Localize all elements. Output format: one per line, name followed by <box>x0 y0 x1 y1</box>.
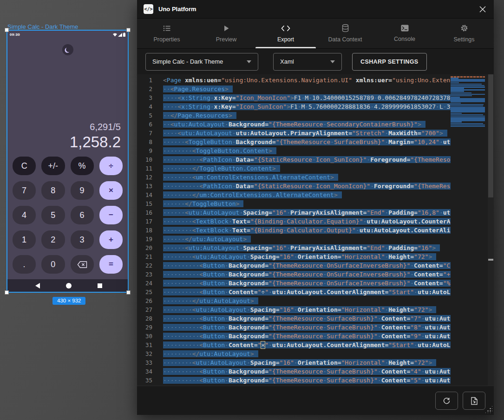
code-line[interactable]: ····<utu:AutoLayout·utu:AutoLayout.Prima… <box>163 130 451 138</box>
key-÷[interactable]: ÷ <box>99 157 123 175</box>
play-icon <box>223 25 230 34</box>
tab-label: Console <box>394 36 415 42</box>
code-line[interactable]: ··········<Button·Background="{ThemeReso… <box>163 368 451 377</box>
key-backspace[interactable] <box>71 255 94 274</box>
line-number: 14 <box>137 191 158 200</box>
code-line[interactable]: ········<ToggleButton.Content> <box>163 147 451 156</box>
code-line[interactable]: ········<utu:AutoLayout·Spacing="16"·Ori… <box>163 253 451 262</box>
key-+/-[interactable]: +/- <box>41 157 65 175</box>
key-+[interactable]: + <box>99 230 123 249</box>
key-3[interactable]: 3 <box>71 230 94 249</box>
code-line[interactable]: ··········<Button·Content="×"·utu:AutoLa… <box>163 341 451 350</box>
key-−[interactable]: − <box>99 206 123 224</box>
minimap-line <box>451 126 485 127</box>
tab-console[interactable]: Console <box>375 19 434 48</box>
code-line[interactable]: ··········<Button·Background="{ThemeReso… <box>163 324 451 333</box>
key-7[interactable]: 7 <box>13 181 36 200</box>
line-number: 19 <box>137 236 158 244</box>
device-selection-frame[interactable]: 09:30 6,291/5 1,258.2 C+/-%÷789×456−123+… <box>7 30 129 293</box>
tab-settings[interactable]: Settings <box>434 19 494 48</box>
tab-label: Preview <box>216 36 236 43</box>
code-line[interactable]: ········</utu:AutoLayout> <box>163 297 451 306</box>
panel-bottom-bar <box>137 386 494 415</box>
key-9[interactable]: 9 <box>71 181 94 200</box>
code-line[interactable]: ········<utu:AutoLayout·Spacing="16"·Ori… <box>163 359 451 368</box>
key-0[interactable]: 0 <box>41 255 65 274</box>
nav-home-icon[interactable] <box>66 283 72 289</box>
code-line[interactable]: ········</um:ControlExtensions.Alternate… <box>163 191 451 200</box>
tab-data-context[interactable]: Data Context <box>315 19 375 48</box>
code-line[interactable]: ··········<Button·Content="÷"·utu:AutoLa… <box>163 289 451 297</box>
tab-preview[interactable]: Preview <box>196 19 256 48</box>
theme-select-value: Simple Calc - Dark Theme <box>152 58 223 65</box>
code-line[interactable]: ····<x:String·x:Key="Icon_SunIcon">F1·M·… <box>163 103 451 112</box>
close-icon[interactable] <box>478 5 487 14</box>
editor-scrollbar[interactable] <box>488 74 494 386</box>
editor-gutter: 1234567891011121314151617181920212223242… <box>137 74 158 386</box>
key-.[interactable]: . <box>13 255 36 274</box>
code-line[interactable]: ··········<Button·Background="{ThemeReso… <box>163 262 451 271</box>
code-line[interactable]: ········<utu:AutoLayout·Spacing="16"·Ori… <box>163 306 451 315</box>
key-1[interactable]: 1 <box>13 230 36 249</box>
key-5[interactable]: 5 <box>41 206 65 224</box>
theme-toggle-button[interactable] <box>62 44 73 55</box>
code-line[interactable]: ··········<Button·Background="{ThemeReso… <box>163 377 451 386</box>
selection-handle-bottom-right[interactable] <box>126 290 131 295</box>
code-editor[interactable]: 1234567891011121314151617181920212223242… <box>137 74 494 386</box>
key-2[interactable]: 2 <box>41 230 65 249</box>
selection-handle-top-right[interactable] <box>126 28 131 32</box>
editor-code[interactable]: <Page xmlns:uen="using:Uno.Extensions.Na… <box>158 74 451 386</box>
code-line[interactable]: ········<um:ControlExtensions.AlternateC… <box>163 174 451 183</box>
code-line[interactable]: ··</Page.Resources> <box>163 112 451 121</box>
key-6[interactable]: 6 <box>71 206 94 224</box>
key-4[interactable]: 4 <box>13 206 36 224</box>
format-select[interactable]: Xaml <box>273 53 342 71</box>
scrollbar-thumb[interactable] <box>488 74 493 197</box>
key-×[interactable]: × <box>99 181 123 200</box>
code-line[interactable]: ··········<Button·Background="{ThemeReso… <box>163 280 451 289</box>
selection-handle-top-left[interactable] <box>5 28 9 32</box>
code-line[interactable]: ······</utu:AutoLayout> <box>163 236 451 244</box>
nav-recents-icon[interactable] <box>98 283 102 288</box>
code-line[interactable]: ··<Page.Resources> <box>163 85 451 94</box>
code-line[interactable]: ··<utu:AutoLayout·Background="{ThemeReso… <box>163 121 451 130</box>
code-line[interactable]: ··········<Button·Background="{ThemeReso… <box>163 271 451 280</box>
key-=[interactable]: = <box>99 255 123 274</box>
export-file-button[interactable] <box>463 392 485 410</box>
csharp-settings-button[interactable]: CSHARP SETTINGS <box>352 53 427 71</box>
code-line[interactable]: ······<ToggleButton·Background="{ThemeRe… <box>163 138 451 147</box>
selection-handle-bottom-left[interactable] <box>5 290 9 295</box>
code-line[interactable]: <Page xmlns:uen="using:Uno.Extensions.Na… <box>163 77 451 85</box>
code-line[interactable]: ······<utu:AutoLayout·Spacing="16"·Prima… <box>163 209 451 218</box>
code-line[interactable]: ··········<Button·Background="{ThemeReso… <box>163 333 451 341</box>
editor-minimap[interactable] <box>451 74 488 386</box>
nav-back-icon[interactable] <box>35 283 40 289</box>
resize-grip[interactable] <box>484 405 492 413</box>
line-number: 33 <box>137 359 158 368</box>
code-line[interactable]: ········</ToggleButton.Content> <box>163 165 451 174</box>
code-line[interactable]: ········<TextBlock·Text="{Binding·Calcul… <box>163 218 451 227</box>
key-C[interactable]: C <box>13 157 36 175</box>
code-line[interactable]: ··········<PathIcon·Data="{StaticResourc… <box>163 156 451 165</box>
tab-label: Settings <box>453 36 474 43</box>
theme-select[interactable]: Simple Calc - Dark Theme <box>145 53 258 71</box>
line-number: 22 <box>137 262 158 271</box>
tab-properties[interactable]: Properties <box>137 19 196 48</box>
tab-export[interactable]: Export <box>256 19 315 48</box>
code-line[interactable]: ··········<Button·Background="{ThemeReso… <box>163 315 451 324</box>
refresh-icon <box>443 397 451 405</box>
refresh-button[interactable] <box>435 392 458 410</box>
key-8[interactable]: 8 <box>41 181 65 200</box>
code-line[interactable]: ······<utu:AutoLayout·Spacing="16"·Prima… <box>163 244 451 253</box>
battery-icon <box>123 33 125 37</box>
key-%[interactable]: % <box>71 157 94 175</box>
uno-logo-icon: </> <box>144 4 153 14</box>
tab-label: Data Context <box>328 36 362 43</box>
moon-icon <box>66 47 71 52</box>
code-line[interactable]: ······</ToggleButton> <box>163 200 451 209</box>
code-line[interactable]: ····<x:String·x:Key="Icon_MoonIcon">F1·M… <box>163 94 451 103</box>
code-line[interactable]: ··········<PathIcon·Data="{StaticResourc… <box>163 183 451 191</box>
code-line[interactable]: ········<TextBlock·Text="{Binding·Calcul… <box>163 227 451 236</box>
code-line[interactable]: ········</utu:AutoLayout> <box>163 350 451 359</box>
panel-header: </> Uno Platform <box>137 0 494 19</box>
